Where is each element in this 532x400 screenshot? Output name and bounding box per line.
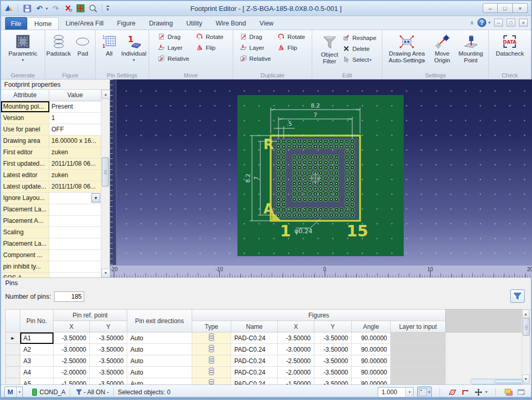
property-value-cell[interactable] (49, 238, 101, 249)
duplicate-relative-button[interactable]: Relative (240, 55, 271, 62)
row-marker-cell[interactable] (6, 355, 20, 367)
property-value-cell[interactable]: 2011/11/08 06... (49, 181, 101, 192)
corner-mode-icon[interactable] (461, 388, 470, 397)
number-of-pins-input[interactable] (54, 291, 84, 302)
figure-angle-cell[interactable]: 90.00000 (352, 344, 391, 355)
undo-button[interactable]: ↶ (35, 4, 44, 13)
property-value-cell[interactable] (49, 216, 101, 226)
property-attribute-cell[interactable]: Ignore Layou... (1, 193, 49, 204)
property-attribute-cell[interactable]: First updated... (1, 158, 49, 169)
property-attribute-cell[interactable]: Component ... (1, 250, 49, 261)
property-attribute-cell[interactable]: pin inhibit ty... (1, 261, 49, 272)
dropdown-arrow-icon[interactable]: ▾ (22, 58, 24, 62)
undo-dropdown-icon[interactable]: ▾ (46, 6, 48, 11)
pin-row[interactable]: A2-3.00000-3.50000AutoPAD-C0.24-3.00000-… (6, 344, 446, 355)
tab-home[interactable]: Home (27, 17, 59, 30)
pin-row[interactable]: ►A1-3.50000-3.50000AutoPAD-C0.24-3.50000… (6, 332, 446, 344)
figure-x-cell[interactable]: -3.00000 (278, 344, 314, 355)
pin-no-cell[interactable]: A1 (20, 332, 54, 344)
layers-stack-icon[interactable] (503, 388, 513, 397)
doc-minimize-button[interactable]: – (494, 19, 503, 26)
layer-to-input-cell[interactable] (391, 344, 446, 355)
help-dropdown-icon[interactable]: ▾ (488, 20, 490, 25)
pin-exit-cell[interactable]: Auto (127, 367, 192, 378)
property-attribute-cell[interactable]: Placement A... (1, 216, 49, 226)
drawing-area-auto-settings-button[interactable]: Drawing AreaAuto-Settings▾ (384, 31, 429, 71)
tab-figure[interactable]: Figure (110, 17, 142, 30)
drawing-canvas[interactable]: 8.2 7 .5 8.2 7 φ0.24 R A 1 15 -20-100102… (110, 79, 532, 277)
property-attribute-cell[interactable]: Scaling (1, 227, 49, 238)
figure-x-cell[interactable]: -2.00000 (278, 367, 314, 378)
col-header-fig-y[interactable]: Y (314, 321, 352, 332)
restore-button[interactable]: □ (498, 3, 513, 13)
figure-name-cell[interactable]: PAD-C0.24 (231, 332, 278, 344)
pin-exit-cell[interactable]: Auto (127, 344, 192, 355)
figure-x-cell[interactable]: -2.50000 (278, 355, 314, 367)
layer-to-input-cell[interactable] (391, 355, 446, 367)
property-value-cell[interactable]: Present (49, 101, 101, 112)
move-layer-button[interactable]: Layer (158, 44, 189, 51)
zoom-tool-button[interactable] (88, 4, 98, 13)
pin-ref-x-cell[interactable]: -3.50000 (54, 332, 90, 344)
pin-no-cell[interactable]: A3 (20, 355, 54, 367)
property-value-cell[interactable]: zuken (49, 170, 101, 181)
property-attribute-cell[interactable]: Latest editor (1, 170, 49, 181)
figure-y-cell[interactable]: -3.50000 (314, 367, 352, 378)
dropdown-arrow-icon[interactable]: ▾ (132, 58, 135, 62)
parametric-button[interactable]: Parametric ▾ (8, 31, 37, 71)
pin-ref-y-cell[interactable]: -3.50000 (90, 344, 127, 355)
pins-horizontal-scrollbar[interactable] (470, 379, 524, 384)
reshape-button[interactable]: Reshape (343, 34, 376, 42)
scroll-up-button[interactable]: ▲ (101, 90, 110, 99)
figure-angle-cell[interactable]: 90.00000 (352, 332, 391, 344)
pin-row[interactable]: A4-2.00000-3.50000AutoPAD-C0.24-2.00000-… (6, 367, 446, 378)
scrollbar-thumb[interactable] (523, 318, 530, 336)
move-relative-button[interactable]: Relative (158, 55, 189, 62)
property-attribute-cell[interactable]: Placement La... (1, 204, 49, 215)
mode-menu-button[interactable]: M ▾ (4, 386, 23, 397)
close-button[interactable]: × (513, 3, 528, 13)
property-value-cell[interactable]: zuken (49, 147, 101, 158)
pin-filter-button[interactable] (510, 289, 525, 303)
row-marker-cell[interactable]: ► (6, 332, 20, 344)
pin-exit-cell[interactable]: Auto (127, 355, 192, 367)
padstack-button[interactable]: Padstack (46, 31, 71, 71)
figure-name-cell[interactable]: PAD-C0.24 (231, 367, 278, 378)
pin-exit-cell[interactable]: Auto (127, 332, 192, 344)
figure-name-cell[interactable]: PAD-C0.24 (231, 344, 278, 355)
move-flip-button[interactable]: Flip (196, 44, 223, 51)
figure-type-cell[interactable] (192, 355, 231, 367)
properties-scrollbar[interactable]: ▲ ▼ (101, 90, 110, 277)
row-marker-cell[interactable] (6, 367, 20, 378)
group-header-figures[interactable]: Figures (192, 310, 446, 321)
tab-drawing[interactable]: Drawing (142, 17, 180, 30)
property-value-cell[interactable] (49, 227, 101, 238)
tab-line-area-fill[interactable]: Line/Area Fill (59, 17, 110, 30)
save-button[interactable] (22, 4, 32, 13)
app-logo-icon[interactable] (4, 4, 14, 13)
pad-button[interactable]: Pad (71, 31, 94, 71)
layer-filter-status[interactable]: - All ON - (84, 389, 109, 396)
scroll-up-button[interactable]: ▲ (522, 310, 529, 318)
col-header-pin-exit[interactable]: Pin exit directions (127, 310, 192, 332)
property-attribute-cell[interactable]: Use for panel (1, 124, 49, 135)
pins-scrollbar[interactable]: ▲ ▼ (522, 309, 530, 384)
property-value-cell[interactable]: 2011/11/08 06... (49, 158, 101, 169)
property-value-cell[interactable]: ▼ (49, 193, 101, 204)
property-value-cell[interactable]: 16.00000 x 16... (49, 136, 101, 146)
layer-to-input-cell[interactable] (391, 367, 446, 378)
zoom-level-combo[interactable]: 1.000 ▾ (378, 387, 414, 397)
property-attribute-cell[interactable]: Latest update... (1, 181, 49, 192)
property-value-cell[interactable] (49, 204, 101, 215)
duplicate-drag-button[interactable]: Drag (240, 33, 271, 41)
pin-ref-y-cell[interactable]: -3.50000 (90, 355, 127, 367)
tab-view[interactable]: View (253, 17, 281, 30)
move-drag-button[interactable]: Drag (158, 33, 189, 41)
property-attribute-cell[interactable]: Placement La... (1, 238, 49, 249)
redo-button[interactable]: ↷ (51, 4, 60, 13)
minimize-button[interactable]: – (483, 3, 498, 13)
delete-mode-button[interactable] (63, 4, 73, 13)
duplicate-layer-button[interactable]: Layer (240, 44, 271, 51)
grid-toggle-button[interactable]: ▾ (417, 386, 432, 398)
property-attribute-cell[interactable]: Drawing area (1, 136, 49, 146)
